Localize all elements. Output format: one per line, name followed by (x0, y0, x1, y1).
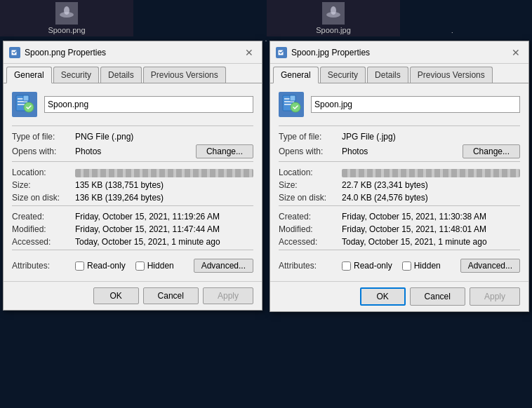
dialog-jpg-dates-section: Created: Friday, October 15, 2021, 11:30… (279, 205, 520, 247)
dialog-jpg-filename-input[interactable] (311, 96, 520, 113)
dialog-png-type-section: Type of file: PNG File (.png) Opens with… (12, 125, 253, 158)
dialog-jpg-modified-value: Friday, October 15, 2021, 11:48:01 AM (342, 224, 520, 234)
dialog-jpg-change-button[interactable]: Change... (463, 144, 520, 158)
dialog-jpg-cancel-button[interactable]: Cancel (410, 287, 465, 306)
dialog-png-size-disk-row: Size on disk: 136 KB (139,264 bytes) (12, 193, 253, 203)
tab-png-details[interactable]: Details (100, 67, 142, 83)
tab-png-previous-versions[interactable]: Previous Versions (143, 67, 226, 83)
dialog-png-modified-value: Friday, October 15, 2021, 11:47:44 AM (75, 224, 253, 234)
dialog-png-type-row: Type of file: PNG File (.png) (12, 132, 253, 142)
dialog-png: Spoon.png Properties ✕ General Security … (3, 41, 262, 311)
thumb-label-right: Spoon.jpg (316, 26, 351, 34)
dialog-jpg-ok-button[interactable]: OK (360, 287, 406, 306)
dialog-png-accessed-value: Today, October 15, 2021, 1 minute ago (75, 237, 253, 247)
dialog-png-hidden-label: Hidden (147, 261, 174, 271)
dialog-png-size-disk-value: 136 KB (139,264 bytes) (75, 193, 253, 203)
dialog-jpg-modified-row: Modified: Friday, October 15, 2021, 11:4… (279, 224, 520, 234)
dialog-jpg-accessed-label: Accessed: (279, 237, 342, 247)
dialog-png-modified-label: Modified: (12, 224, 75, 234)
tab-png-security[interactable]: Security (53, 67, 99, 83)
dialog-jpg-attributes-section: Attributes: Read-only Hidden Advanced... (279, 250, 520, 273)
dialog-png-title: Spoon.png Properties (25, 48, 106, 57)
thumb-label-left: Spoon.png (48, 26, 85, 34)
dialog-jpg-size-value: 22.7 KB (23,341 bytes) (342, 180, 520, 190)
svg-rect-10 (18, 104, 25, 105)
taskbar-thumb-right[interactable]: Spoon.jpg (267, 0, 400, 36)
dialog-png-size-label: Size: (12, 180, 75, 190)
dialog-png-type-label: Type of file: (12, 132, 75, 142)
dialog-jpg-titlebar: Spoon.jpg Properties ✕ (270, 41, 528, 64)
dialog-jpg-modified-label: Modified: (279, 224, 342, 234)
dialog-jpg-location-row: Location: (279, 168, 520, 177)
dialog-png-size-value: 135 KB (138,751 bytes) (75, 180, 253, 190)
dialog-png-location-value (75, 169, 253, 177)
dialog-jpg-content: Type of file: JPG File (.jpg) Opens with… (270, 83, 528, 281)
dialog-png-filename-input[interactable] (44, 96, 253, 113)
dialog-jpg-readonly-checkbox[interactable] (342, 261, 351, 271)
thumb-image-left (55, 2, 78, 25)
dialog-jpg-attributes-label: Attributes: (279, 261, 342, 271)
tab-jpg-details[interactable]: Details (367, 67, 408, 83)
dialog-jpg-hidden-checkbox[interactable] (402, 261, 411, 271)
dialog-png-title-section: Spoon.png Properties (9, 47, 106, 58)
dialog-jpg-hidden-label: Hidden (414, 261, 441, 271)
dialog-png-accessed-row: Accessed: Today, October 15, 2021, 1 min… (12, 237, 253, 247)
dialog-png-cancel-button[interactable]: Cancel (143, 287, 199, 304)
tab-png-general[interactable]: General (6, 67, 52, 83)
dialog-png-size-disk-label: Size on disk: (12, 193, 75, 203)
dialog-jpg-footer: OK Cancel Apply (270, 281, 528, 311)
dialog-jpg-attributes-row: Attributes: Read-only Hidden Advanced... (279, 259, 520, 273)
dialog-png-apply-button[interactable]: Apply (203, 287, 253, 304)
dialog-jpg-type-label: Type of file: (279, 132, 342, 142)
dialog-png-location-label: Location: (12, 168, 75, 177)
svg-point-2 (64, 6, 69, 15)
dialog-png-created-row: Created: Friday, October 15, 2021, 11:19… (12, 212, 253, 222)
dialog-jpg-size-label: Size: (279, 180, 342, 190)
dialog-jpg-type-value: JPG File (.jpg) (342, 132, 520, 142)
dialog-jpg-accessed-value: Today, October 15, 2021, 1 minute ago (342, 237, 520, 247)
dialog-png-close-button[interactable]: ✕ (242, 46, 256, 60)
dialog-jpg-opens-value: Photos (342, 147, 463, 156)
dialog-jpg-advanced-button[interactable]: Advanced... (460, 259, 520, 273)
dialog-jpg-type-row: Type of file: JPG File (.jpg) (279, 132, 520, 142)
svg-rect-18 (290, 95, 295, 101)
dialog-jpg-created-label: Created: (279, 212, 342, 222)
dialog-png-advanced-button[interactable]: Advanced... (194, 259, 253, 273)
dialog-jpg-icon (276, 47, 287, 58)
dialog-jpg-location-label: Location: (279, 168, 342, 177)
dialog-jpg-opens-row: Opens with: Photos Change... (279, 144, 520, 158)
dialog-png-created-label: Created: (12, 212, 75, 222)
dialog-png-type-value: PNG File (.png) (75, 132, 253, 142)
dialog-png-ok-button[interactable]: OK (93, 287, 139, 304)
dialog-png-file-header (12, 92, 253, 117)
dialog-png-icon (9, 47, 20, 58)
dialog-jpg-created-row: Created: Friday, October 15, 2021, 11:30… (279, 212, 520, 222)
dialog-png-opens-row: Opens with: Photos Change... (12, 144, 253, 158)
dialog-jpg-size-disk-row: Size on disk: 24.0 KB (24,576 bytes) (279, 193, 520, 203)
dialog-jpg-close-button[interactable]: ✕ (509, 46, 523, 60)
dialog-png-file-icon (12, 92, 37, 117)
dialog-png-readonly-checkbox[interactable] (75, 261, 84, 271)
dialog-png-accessed-label: Accessed: (12, 237, 75, 247)
dialog-png-created-value: Friday, October 15, 2021, 11:19:26 AM (75, 212, 253, 222)
dialog-png-hidden-checkbox[interactable] (135, 261, 145, 271)
taskbar-thumb-left[interactable]: Spoon.png (0, 0, 133, 36)
tab-jpg-previous-versions[interactable]: Previous Versions (410, 67, 493, 83)
tab-jpg-general[interactable]: General (273, 67, 319, 83)
dialog-png-titlebar: Spoon.png Properties ✕ (4, 41, 262, 64)
dialog-png-readonly-label: Read-only (87, 261, 126, 271)
dialog-jpg-accessed-row: Accessed: Today, October 15, 2021, 1 min… (279, 237, 520, 247)
dialog-jpg-created-value: Friday, October 15, 2021, 11:30:38 AM (342, 212, 520, 222)
dialog-jpg-title-section: Spoon.jpg Properties (276, 47, 370, 58)
dialog-jpg-type-section: Type of file: JPG File (.jpg) Opens with… (279, 125, 520, 158)
dialog-jpg-opens-label: Opens with: (279, 147, 342, 156)
dialog-jpg-file-icon (279, 92, 304, 117)
tab-jpg-security[interactable]: Security (320, 67, 366, 83)
svg-rect-17 (284, 104, 291, 105)
svg-point-5 (331, 6, 336, 15)
dialog-jpg-title: Spoon.jpg Properties (291, 48, 370, 57)
dialog-png-change-button[interactable]: Change... (196, 144, 253, 158)
dialog-jpg-apply-button[interactable]: Apply (470, 287, 520, 306)
dialog-png-size-row: Size: 135 KB (138,751 bytes) (12, 180, 253, 190)
dialog-png-opens-label: Opens with: (12, 147, 75, 156)
